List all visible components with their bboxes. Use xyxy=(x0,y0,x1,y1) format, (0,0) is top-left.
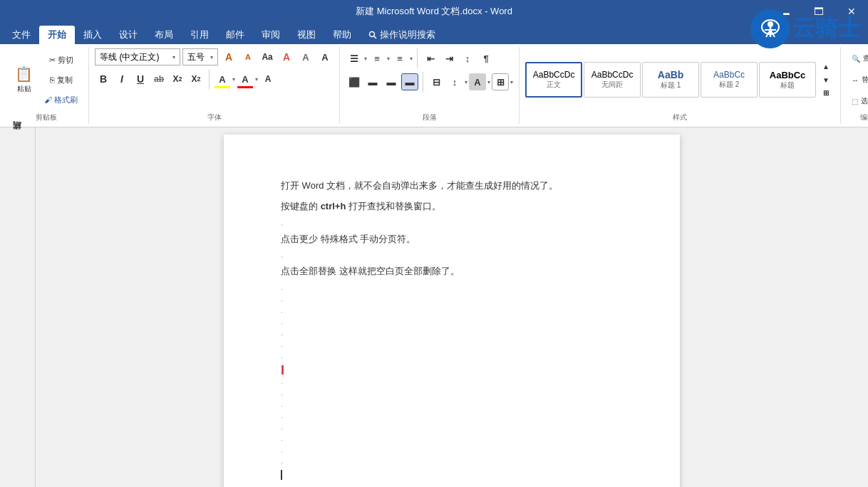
style-nospace-sample: AaBbCcDc xyxy=(591,70,634,80)
styles-scroll-up[interactable]: ▲ xyxy=(817,60,835,73)
superscript-button[interactable]: X2 xyxy=(187,70,205,88)
para-2: 按键盘的 ctrl+h 打开查找和替换窗口。 xyxy=(281,198,623,214)
font-label: 字体 xyxy=(95,111,334,122)
font-shrink-button[interactable]: A xyxy=(239,48,257,66)
paragraph-group: ☰ ▾ ≡ ▾ ≡ ▾ ⇤ ⇥ ↕ ¶ ⬛ ▬ ▬ ▬ xyxy=(340,47,520,124)
cursor-line[interactable]: I xyxy=(281,364,623,378)
tab-layout[interactable]: 布局 xyxy=(146,26,182,44)
style-nospace-label: 无间距 xyxy=(601,80,623,90)
font-name-selector[interactable]: 等线 (中文正文) ▾ xyxy=(95,48,180,66)
multilevel-button[interactable]: ≡ xyxy=(391,50,408,67)
document-page[interactable]: 打开 Word 文档，就不会自动弹出来多，才能查生成好用的情况了。 按键盘的 c… xyxy=(224,135,680,487)
sort-button[interactable]: ↕ xyxy=(459,50,476,67)
format-painter-button[interactable]: 🖌 格式刷 xyxy=(39,90,83,109)
text-cursor-bar xyxy=(281,470,282,480)
tab-references[interactable]: 引用 xyxy=(182,26,217,44)
style-h2-sample: AaBbCc xyxy=(713,70,745,80)
change-case-button[interactable]: Aa xyxy=(259,48,276,66)
select-button[interactable]: ⬚ 选择 ▾ xyxy=(847,91,868,111)
increase-indent-button[interactable]: ⇥ xyxy=(440,50,458,67)
maximize-button[interactable]: 🗖 xyxy=(802,0,835,23)
numbering-button[interactable]: ≡ xyxy=(368,50,386,67)
multilevel-arrow[interactable]: ▾ xyxy=(410,56,413,62)
align-left-button[interactable]: ⬛ xyxy=(346,73,363,90)
style-title-label: 标题 xyxy=(780,80,795,90)
format-painter-sidebar[interactable]: 格式刷 xyxy=(9,131,26,142)
dot-line-10: · xyxy=(281,378,623,389)
decrease-indent-button[interactable]: ⇤ xyxy=(422,50,439,67)
svg-point-6 xyxy=(370,32,375,37)
styles-scroll-down[interactable]: ▼ xyxy=(817,73,835,87)
paste-icon: 📋 xyxy=(15,66,33,83)
shading-arrow[interactable]: ▾ xyxy=(487,79,490,85)
clipboard-group-content: 📋 粘贴 ✂ 剪切 ⎘ 复制 🖌 格式刷 xyxy=(10,48,83,111)
font-name-value: 等线 (中文正文) xyxy=(100,51,172,63)
style-title[interactable]: AaBbCc 标题 xyxy=(759,62,816,98)
tab-design[interactable]: 设计 xyxy=(110,26,146,44)
text-effects-button[interactable]: A xyxy=(297,48,314,66)
align-center-button[interactable]: ▬ xyxy=(364,73,381,90)
close-button[interactable]: ✕ xyxy=(835,0,868,23)
paste-button[interactable]: 📋 粘贴 xyxy=(10,60,38,100)
borders-arrow[interactable]: ▾ xyxy=(510,79,513,85)
font-size-selector[interactable]: 五号 ▾ xyxy=(182,48,218,66)
line-spacing-button[interactable]: ↕ xyxy=(446,73,463,90)
font-name-arrow: ▾ xyxy=(172,54,175,61)
editing-label: 编辑 xyxy=(847,111,868,122)
tab-file[interactable]: 文件 xyxy=(4,26,39,44)
align-right-button[interactable]: ▬ xyxy=(383,73,400,90)
bullets-button[interactable]: ☰ xyxy=(346,50,363,67)
style-h2-label: 标题 2 xyxy=(719,80,739,90)
font-size-arrow: ▾ xyxy=(210,54,213,61)
cut-button[interactable]: ✂ 剪切 xyxy=(39,51,83,69)
numbering-arrow[interactable]: ▾ xyxy=(387,56,390,62)
italic-button[interactable]: I xyxy=(113,70,130,88)
font-grow-button[interactable]: A xyxy=(220,48,237,66)
tab-review[interactable]: 审阅 xyxy=(253,26,289,44)
copy-button[interactable]: ⎘ 复制 xyxy=(39,70,83,89)
find-button[interactable]: 🔍 查找 ▾ xyxy=(847,48,868,68)
bold-button[interactable]: B xyxy=(95,70,112,88)
font-color-arrow[interactable]: ▾ xyxy=(255,76,258,83)
style-normal[interactable]: AaBbCcDc 正文 xyxy=(525,62,582,98)
tab-home[interactable]: 开始 xyxy=(39,26,75,44)
minimize-button[interactable]: 🗕 xyxy=(770,0,802,23)
show-marks-button[interactable]: ¶ xyxy=(477,50,495,67)
style-normal-label: 正文 xyxy=(547,80,561,90)
style-h1[interactable]: AaBb 标题 1 xyxy=(642,62,699,98)
tab-view[interactable]: 视图 xyxy=(289,26,324,44)
replace-button[interactable]: ↔ 替换 xyxy=(847,70,868,90)
clear-format-button[interactable]: A xyxy=(278,48,295,66)
dot-line-3: · xyxy=(281,284,623,295)
justify-button[interactable]: ▬ xyxy=(401,73,418,90)
style-normal-sample: AaBbCcDc xyxy=(533,70,575,80)
line-spacing-arrow[interactable]: ▾ xyxy=(465,79,467,85)
bullets-arrow[interactable]: ▾ xyxy=(364,56,367,62)
char-spacing-button[interactable]: A xyxy=(259,70,277,88)
style-h2[interactable]: AaBbCc 标题 2 xyxy=(701,62,758,98)
select-icon: ⬚ xyxy=(852,98,858,105)
tab-insert[interactable]: 插入 xyxy=(75,26,110,44)
style-nospace[interactable]: AaBbCcDc 无间距 xyxy=(584,62,641,98)
styles-expand[interactable]: ⊞ xyxy=(817,86,835,100)
font-group: 等线 (中文正文) ▾ 五号 ▾ A A Aa A A A B xyxy=(89,47,340,124)
find-label: 查找 xyxy=(863,53,868,63)
borders-button[interactable]: ⊞ xyxy=(492,73,509,90)
dot-line-6: · xyxy=(281,318,623,330)
dot-line-15: · xyxy=(281,435,623,446)
font-color2-button[interactable]: A xyxy=(316,48,334,66)
text-cursor[interactable] xyxy=(281,469,623,481)
highlight-color-button[interactable]: A xyxy=(214,70,231,88)
paragraph-label: 段落 xyxy=(346,111,513,122)
tab-search[interactable]: 操作说明搜索 xyxy=(360,26,444,44)
tab-help[interactable]: 帮助 xyxy=(324,26,360,44)
strikethrough-button[interactable]: ab xyxy=(150,70,167,88)
columns-button[interactable]: ⊟ xyxy=(428,73,445,90)
shading-button[interactable]: A xyxy=(469,73,486,90)
underline-button[interactable]: U xyxy=(132,70,149,88)
highlight-arrow[interactable]: ▾ xyxy=(232,76,235,83)
font-color-button[interactable]: A xyxy=(237,70,254,88)
tab-mailings[interactable]: 邮件 xyxy=(217,26,253,44)
subscript-button[interactable]: X2 xyxy=(169,70,186,88)
document-area[interactable]: 打开 Word 文档，就不会自动弹出来多，才能查生成好用的情况了。 按键盘的 c… xyxy=(36,127,868,487)
